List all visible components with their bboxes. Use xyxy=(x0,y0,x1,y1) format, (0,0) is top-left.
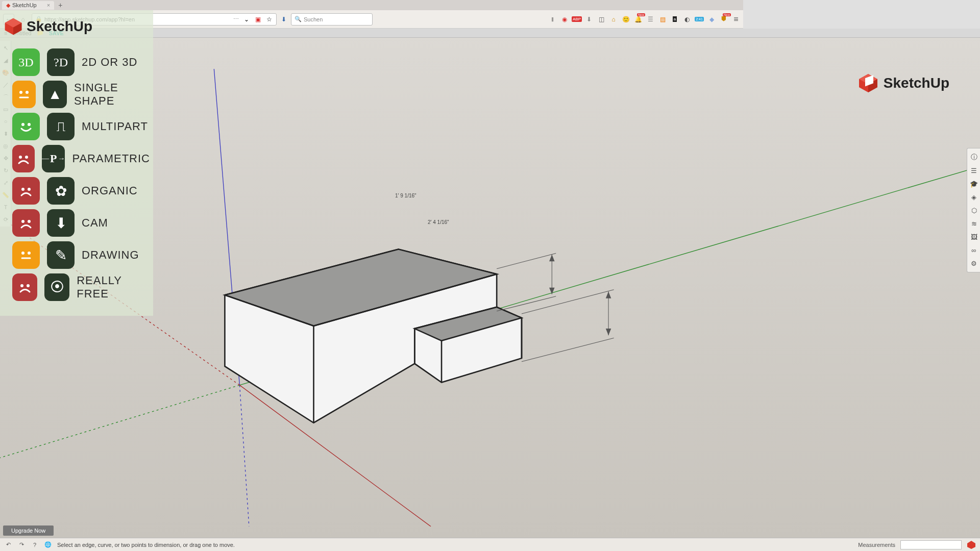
rating-face-icon xyxy=(12,273,37,301)
search-bar[interactable]: 🔍 Suchen xyxy=(291,13,373,26)
ext-icon-gem[interactable]: ◆ xyxy=(707,15,716,23)
rating-row: ⦿Really Free xyxy=(12,273,150,301)
svg-point-41 xyxy=(28,188,31,191)
new-tab-button[interactable]: + xyxy=(55,1,65,9)
tab-title: SketchUp xyxy=(12,2,37,8)
pocket-icon[interactable]: ⌄ xyxy=(242,15,251,23)
svg-line-1 xyxy=(239,385,249,416)
svg-marker-19 xyxy=(549,255,555,261)
svg-point-39 xyxy=(25,156,28,159)
svg-point-40 xyxy=(21,188,24,191)
bookmark-star-icon[interactable]: ☆ xyxy=(265,15,273,23)
ext-icon-abp[interactable]: ABP xyxy=(573,15,581,23)
svg-point-42 xyxy=(21,220,24,223)
ext-icon-dark[interactable]: ◐ xyxy=(683,15,691,23)
svg-point-37 xyxy=(28,123,31,126)
dimension-label-2[interactable]: 2' 4 1/16" xyxy=(428,219,449,225)
search-placeholder: Suchen xyxy=(304,16,323,22)
ext-icon-rss[interactable]: ▤ xyxy=(658,15,667,23)
rating-face-icon xyxy=(12,81,36,108)
download-icon[interactable]: ⬇ xyxy=(280,15,288,23)
dimension-label-1[interactable]: 1' 9 1/16" xyxy=(395,193,416,198)
svg-point-34 xyxy=(26,91,29,94)
svg-point-38 xyxy=(19,156,22,159)
ext-icon-shield[interactable]: ⛊New xyxy=(720,15,728,23)
ext-icon-home[interactable]: ⌂ xyxy=(609,15,618,23)
browser-tab-strip: ◆ SketchUp × + xyxy=(0,0,743,10)
ext-icon-panel[interactable]: ◫ xyxy=(597,15,605,23)
ext-icon-amazon[interactable]: a xyxy=(671,15,679,23)
category-label: Really Free xyxy=(77,274,150,300)
ext-icon-download[interactable]: ⬇ xyxy=(585,15,593,23)
extension-icons: ⦀ ◉ ABP ⬇ ◫ ⌂ 🙂 🔔New ☰ ▤ a ◐ 2:41 ◆ ⛊New… xyxy=(548,15,740,23)
svg-line-3 xyxy=(0,385,239,416)
svg-line-17 xyxy=(497,296,556,311)
rating-row: ⎍Multipart xyxy=(12,113,150,140)
category-label: Organic xyxy=(82,184,138,197)
rating-row: —P→Parametric xyxy=(12,145,150,172)
ext-icon-1[interactable]: ⦀ xyxy=(548,15,556,23)
category-label: CAM xyxy=(82,216,108,230)
svg-line-16 xyxy=(497,253,556,268)
category-icon: ✎ xyxy=(47,241,75,269)
search-icon: 🔍 xyxy=(295,16,302,22)
reader-icon[interactable]: ▣ xyxy=(254,15,262,23)
svg-point-36 xyxy=(21,123,24,126)
category-label: Multipart xyxy=(82,120,148,133)
rating-row: ✎Drawing xyxy=(12,241,150,269)
rating-row: ⬇CAM xyxy=(12,209,150,237)
overlay-logo-text: SketchUp xyxy=(27,18,92,35)
overlay-logo: SketchUp xyxy=(3,14,150,44)
page-actions-icon[interactable]: ⋯ xyxy=(233,16,239,22)
browser-tab[interactable]: ◆ SketchUp × xyxy=(2,1,54,10)
ext-icon-list[interactable]: ☰ xyxy=(646,15,654,23)
svg-point-48 xyxy=(27,284,30,287)
category-icon: ⬇ xyxy=(47,209,75,237)
category-label: Drawing xyxy=(82,248,139,262)
svg-point-45 xyxy=(28,252,31,255)
svg-point-47 xyxy=(20,284,23,287)
rating-row: ✿Organic xyxy=(12,177,150,205)
rating-face-icon xyxy=(12,177,40,205)
browser-menu-icon[interactable]: ≡ xyxy=(732,15,740,23)
category-icon: ▲ xyxy=(43,81,66,108)
rating-face-icon xyxy=(12,241,40,269)
ext-icon-clock[interactable]: 2:41 xyxy=(695,15,703,23)
category-icon: ⎍ xyxy=(47,113,75,140)
category-icon: ?D xyxy=(47,48,75,76)
ext-icon-bell[interactable]: 🔔New xyxy=(634,15,642,23)
category-icon: ⦿ xyxy=(44,273,69,301)
rating-face-icon xyxy=(12,113,40,140)
rating-row: ▲Single Shape xyxy=(12,81,150,108)
ext-icon-pocket[interactable]: ◉ xyxy=(560,15,569,23)
rating-overlay: SketchUp 3D?D2D or 3D▲Single Shape⎍Multi… xyxy=(0,10,153,316)
category-label: Single Shape xyxy=(74,81,150,108)
category-icon: ✿ xyxy=(47,177,75,205)
svg-line-22 xyxy=(522,338,614,362)
rating-face-icon: 3D xyxy=(12,48,40,76)
rating-row: 3D?D2D or 3D xyxy=(12,48,150,76)
tab-close-icon[interactable]: × xyxy=(47,2,50,8)
category-icon: —P→ xyxy=(42,145,65,172)
rating-face-icon xyxy=(12,145,35,172)
category-label: 2D or 3D xyxy=(82,56,137,69)
svg-marker-25 xyxy=(606,329,611,335)
svg-point-33 xyxy=(19,91,22,94)
tab-favicon: ◆ xyxy=(6,2,10,9)
svg-point-44 xyxy=(21,252,24,255)
sketchup-cube-icon xyxy=(3,16,23,37)
rating-face-icon xyxy=(12,209,40,237)
category-label: Parametric xyxy=(72,152,150,165)
svg-point-43 xyxy=(28,220,31,223)
ext-icon-face[interactable]: 🙂 xyxy=(622,15,630,23)
svg-marker-24 xyxy=(606,292,611,298)
